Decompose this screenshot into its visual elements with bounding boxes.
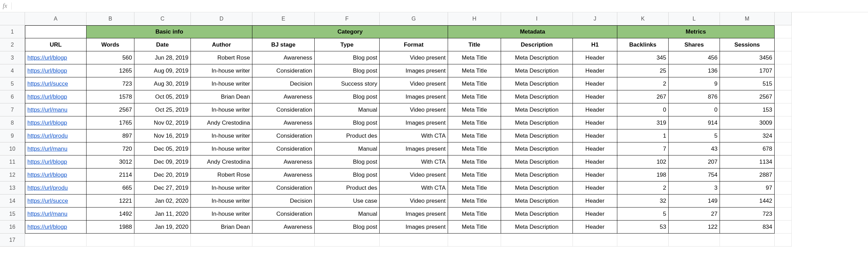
cell-backlinks[interactable]: 198 <box>617 168 669 181</box>
empty-cell[interactable] <box>380 234 448 247</box>
row-header-5[interactable]: 5 <box>0 77 25 90</box>
cell-author[interactable]: Andy Crestodina <box>191 155 252 168</box>
cell-title[interactable]: Meta Title <box>448 181 501 195</box>
empty-cell[interactable] <box>669 234 720 247</box>
cell-author[interactable]: In-house writer <box>191 142 252 155</box>
row-header-3[interactable]: 3 <box>0 51 25 64</box>
cell-backlinks[interactable]: 0 <box>617 103 669 116</box>
cell-title[interactable]: Meta Title <box>448 77 501 90</box>
header-h1[interactable]: H1 <box>573 38 617 51</box>
cell-url[interactable]: https://url/blogp <box>25 155 87 168</box>
header-bjstage[interactable]: BJ stage <box>252 38 315 51</box>
cell-date[interactable]: Dec 27, 2019 <box>134 181 191 195</box>
cell-h1[interactable]: Header <box>573 77 617 90</box>
col-header-J[interactable]: J <box>573 12 617 25</box>
cell-bjstage[interactable]: Consideration <box>252 64 315 77</box>
cell-type[interactable]: Product des <box>315 181 380 195</box>
cell-type[interactable]: Manual <box>315 103 380 116</box>
cell-author[interactable]: Robert Rose <box>191 51 252 64</box>
cell-bjstage[interactable]: Awareness <box>252 51 315 64</box>
cell-bjstage[interactable]: Awareness <box>252 90 315 103</box>
cell-shares[interactable]: 9 <box>669 77 720 90</box>
cell-url[interactable]: https://url/produ <box>25 129 87 142</box>
empty-cell[interactable] <box>25 234 87 247</box>
cell-shares[interactable]: 3 <box>669 181 720 195</box>
cell-sessions[interactable]: 324 <box>720 129 775 142</box>
empty-cell[interactable] <box>720 234 775 247</box>
cell-date[interactable]: Nov 02, 2019 <box>134 116 191 129</box>
cell-date[interactable]: Jan 02, 2020 <box>134 195 191 208</box>
col-header-E[interactable]: E <box>252 12 315 25</box>
formula-input[interactable] <box>16 0 865 12</box>
cell-words[interactable]: 1265 <box>87 64 134 77</box>
col-header-G[interactable]: G <box>380 12 448 25</box>
empty-cell[interactable] <box>775 234 792 247</box>
cell-author[interactable]: Brian Dean <box>191 90 252 103</box>
cell-sessions[interactable]: 3009 <box>720 116 775 129</box>
cell-url[interactable]: https://url/blogp <box>25 221 87 234</box>
cell-author[interactable]: In-house writer <box>191 195 252 208</box>
cell-words[interactable]: 2567 <box>87 103 134 116</box>
cell-end[interactable] <box>775 221 792 234</box>
cell-h1[interactable]: Header <box>573 129 617 142</box>
cell-format[interactable]: Video present <box>380 103 448 116</box>
cell-backlinks[interactable]: 5 <box>617 208 669 221</box>
url-link[interactable]: https://url/manu <box>27 146 67 152</box>
cell-url[interactable]: https://url/manu <box>25 103 87 116</box>
cell-bjstage[interactable]: Awareness <box>252 168 315 181</box>
cell-description[interactable]: Meta Description <box>501 90 573 103</box>
cell-shares[interactable]: 149 <box>669 195 720 208</box>
cell-date[interactable]: Oct 25, 2019 <box>134 103 191 116</box>
cell-author[interactable]: In-house writer <box>191 208 252 221</box>
url-link[interactable]: https://url/blogp <box>27 172 67 178</box>
row-header-15[interactable]: 15 <box>0 208 25 221</box>
cell-backlinks[interactable]: 7 <box>617 142 669 155</box>
cell-description[interactable]: Meta Description <box>501 168 573 181</box>
row-header-6[interactable]: 6 <box>0 90 25 103</box>
cell-format[interactable]: With CTA <box>380 155 448 168</box>
cell-description[interactable]: Meta Description <box>501 142 573 155</box>
cell-backlinks[interactable]: 319 <box>617 116 669 129</box>
cell-sessions[interactable]: 515 <box>720 77 775 90</box>
cell-end[interactable] <box>775 208 792 221</box>
cell-words[interactable]: 1988 <box>87 221 134 234</box>
url-link[interactable]: https://url/manu <box>27 106 67 113</box>
row-header-1[interactable]: 1 <box>0 25 25 38</box>
cell-url[interactable]: https://url/blogp <box>25 168 87 181</box>
cell-shares[interactable]: 136 <box>669 64 720 77</box>
cell-bjstage[interactable]: Decision <box>252 77 315 90</box>
cell-description[interactable]: Meta Description <box>501 103 573 116</box>
cell-bjstage[interactable]: Awareness <box>252 155 315 168</box>
cell-date[interactable]: Jun 28, 2019 <box>134 51 191 64</box>
header-description[interactable]: Description <box>501 38 573 51</box>
cell-h1[interactable]: Header <box>573 90 617 103</box>
cell-url[interactable]: https://url/manu <box>25 208 87 221</box>
cell-h1[interactable]: Header <box>573 64 617 77</box>
cell-title[interactable]: Meta Title <box>448 155 501 168</box>
cell-description[interactable]: Meta Description <box>501 181 573 195</box>
row-header-7[interactable]: 7 <box>0 103 25 116</box>
cell-description[interactable]: Meta Description <box>501 77 573 90</box>
cell-backlinks[interactable]: 2 <box>617 77 669 90</box>
cell-bjstage[interactable]: Awareness <box>252 116 315 129</box>
row-header-10[interactable]: 10 <box>0 142 25 155</box>
cell-description[interactable]: Meta Description <box>501 208 573 221</box>
empty-cell[interactable] <box>448 234 501 247</box>
cell-bjstage[interactable]: Decision <box>252 195 315 208</box>
cell-shares[interactable]: 456 <box>669 51 720 64</box>
cell-format[interactable]: Video present <box>380 77 448 90</box>
cell-sessions[interactable]: 2567 <box>720 90 775 103</box>
row-header-12[interactable]: 12 <box>0 168 25 181</box>
cell-date[interactable]: Aug 09, 2019 <box>134 64 191 77</box>
col-header-F[interactable]: F <box>315 12 380 25</box>
cell-h1[interactable]: Header <box>573 208 617 221</box>
cell-title[interactable]: Meta Title <box>448 90 501 103</box>
col-header-L[interactable]: L <box>669 12 720 25</box>
group-metrics[interactable]: Metrics <box>617 25 775 38</box>
cell-date[interactable]: Dec 20, 2019 <box>134 168 191 181</box>
cell-title[interactable]: Meta Title <box>448 208 501 221</box>
empty-cell[interactable] <box>573 234 617 247</box>
url-link[interactable]: https://url/blogp <box>27 67 67 74</box>
row-header-8[interactable]: 8 <box>0 116 25 129</box>
cell-end-1[interactable] <box>775 25 792 38</box>
